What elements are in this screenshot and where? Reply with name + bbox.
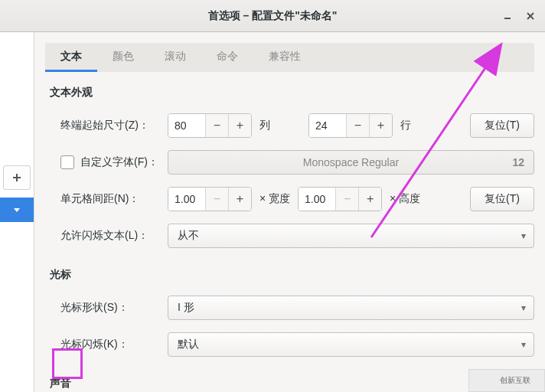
chevron-down-icon: ▾	[521, 302, 526, 313]
titlebar: 首选项 – 配置文件"未命名"	[0, 0, 545, 32]
font-size: 12	[512, 156, 524, 168]
watermark: 创新互联	[468, 369, 545, 392]
cols-plus[interactable]: +	[228, 114, 251, 137]
add-profile-button[interactable]	[3, 165, 31, 190]
tab-text[interactable]: 文本	[45, 42, 97, 72]
row-cursor-blink: 光标闪烁(K)： 默认 ▾	[45, 332, 534, 357]
unit-height: × 高度	[390, 192, 420, 206]
tab-scroll[interactable]: 滚动	[149, 42, 201, 72]
content-area: 文本 颜色 滚动 命令 兼容性 文本外观 终端起始尺寸(Z)： − + 列 − …	[34, 32, 545, 392]
cols-minus[interactable]: −	[205, 114, 228, 137]
minimize-button[interactable]	[498, 6, 517, 26]
label-custom-font: 自定义字体(F)：	[80, 155, 158, 169]
label-initial-size: 终端起始尺寸(Z)：	[45, 119, 160, 132]
tab-color[interactable]: 颜色	[97, 42, 149, 72]
cols-input[interactable]	[168, 114, 205, 137]
tabs: 文本 颜色 滚动 命令 兼容性	[45, 43, 534, 72]
window-title: 首选项 – 配置文件"未命名"	[208, 9, 338, 23]
label-blink-text: 允许闪烁文本(L)：	[45, 229, 160, 243]
close-button[interactable]	[521, 6, 540, 26]
section-sound: 声音	[50, 377, 534, 390]
row-cell-spacing: 单元格间距(N)： − + × 宽度 − + × 高度 复位(T)	[45, 187, 534, 211]
rows-minus[interactable]: −	[346, 114, 369, 137]
cell-height-stepper[interactable]: − +	[298, 187, 382, 211]
row-initial-size: 终端起始尺寸(Z)： − + 列 − + 行 复位(T)	[45, 113, 534, 138]
label-cursor-blink: 光标闪烁(K)：	[45, 338, 160, 351]
profile-menu-button[interactable]	[0, 198, 34, 222]
cursor-blink-value: 默认	[178, 338, 199, 351]
cell-width-input[interactable]	[168, 188, 205, 211]
cursor-shape-combo[interactable]: I 形 ▾	[168, 296, 534, 320]
reset-size-button[interactable]: 复位(T)	[470, 113, 534, 138]
window-controls	[498, 0, 540, 31]
watermark-icon	[483, 374, 497, 387]
label-cursor-shape: 光标形状(S)：	[45, 301, 160, 315]
rows-input[interactable]	[309, 114, 346, 137]
blink-text-combo[interactable]: 从不 ▾	[168, 224, 534, 248]
label-cell-spacing: 单元格间距(N)：	[45, 192, 160, 206]
svg-marker-5	[14, 208, 20, 212]
custom-font-checkbox[interactable]	[60, 155, 74, 169]
cell-height-plus[interactable]: +	[358, 188, 381, 211]
section-appearance: 文本外观	[50, 86, 534, 100]
unit-width: × 宽度	[259, 192, 290, 206]
cursor-shape-value: I 形	[178, 301, 194, 315]
unit-cols: 列	[259, 119, 270, 132]
font-chooser[interactable]: Monospace Regular 12	[168, 150, 534, 175]
cols-stepper[interactable]: − +	[168, 113, 252, 138]
cursor-blink-combo[interactable]: 默认 ▾	[168, 332, 534, 357]
row-custom-font: 自定义字体(F)： Monospace Regular 12	[45, 150, 534, 175]
cell-width-minus: −	[205, 188, 228, 211]
watermark-text: 创新互联	[500, 375, 530, 386]
tab-command[interactable]: 命令	[201, 42, 253, 72]
unit-rows: 行	[400, 119, 411, 132]
rows-stepper[interactable]: − +	[308, 113, 393, 138]
cell-width-stepper[interactable]: − +	[168, 187, 252, 211]
row-cursor-shape: 光标形状(S)： I 形 ▾	[45, 296, 534, 320]
chevron-down-icon: ▾	[521, 339, 526, 350]
chevron-down-icon: ▾	[521, 230, 526, 241]
cell-height-input[interactable]	[299, 188, 335, 211]
blink-text-value: 从不	[178, 229, 199, 243]
section-cursor: 光标	[50, 268, 534, 282]
cell-height-minus: −	[335, 188, 358, 211]
rows-plus[interactable]: +	[369, 114, 392, 137]
sidebar	[0, 32, 34, 392]
tab-compat[interactable]: 兼容性	[253, 42, 316, 72]
cell-width-plus[interactable]: +	[228, 188, 251, 211]
font-name: Monospace Regular	[303, 156, 399, 168]
row-blink-text: 允许闪烁文本(L)： 从不 ▾	[45, 224, 534, 248]
reset-spacing-button[interactable]: 复位(T)	[470, 187, 534, 211]
